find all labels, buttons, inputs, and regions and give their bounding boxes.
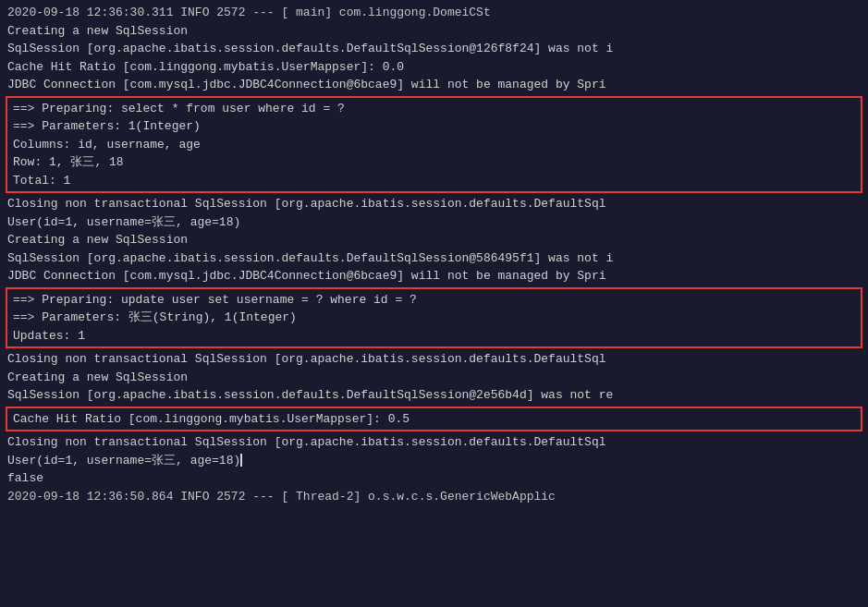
console-window: 2020-09-18 12:36:30.311 INFO 2572 --- [ …	[0, 0, 868, 607]
log-text: User(id=1, username=张三, age=18)	[7, 454, 240, 467]
log-line: Closing non transactional SqlSession [or…	[0, 433, 868, 452]
sql-highlight-box-3: Cache Hit Ratio [com.linggong.mybatis.Us…	[6, 407, 862, 432]
log-line-cursor: User(id=1, username=张三, age=18)	[0, 452, 868, 470]
log-line: JDBC Connection [com.mysql.jdbc.JDBC4Con…	[0, 267, 868, 285]
log-line: SqlSession [org.apache.ibatis.session.de…	[0, 386, 868, 405]
log-line: Columns: id, username, age	[11, 136, 857, 154]
log-line: 2020-09-18 12:36:30.311 INFO 2572 --- [ …	[0, 4, 868, 22]
log-line: Closing non transactional SqlSession [or…	[0, 350, 868, 369]
log-line: SqlSession [org.apache.ibatis.session.de…	[0, 249, 868, 268]
log-line: Total: 1	[11, 172, 857, 190]
log-line: ==> Preparing: select * from user where …	[11, 100, 857, 118]
log-line: User(id=1, username=张三, age=18)	[0, 213, 868, 232]
log-line: Creating a new SqlSession	[0, 369, 868, 387]
log-line: Cache Hit Ratio [com.linggong.mybatis.Us…	[0, 58, 868, 77]
log-line: Cache Hit Ratio [com.linggong.mybatis.Us…	[11, 410, 857, 429]
sql-highlight-box-1: ==> Preparing: select * from user where …	[6, 96, 862, 194]
log-line: JDBC Connection [com.mysql.jdbc.JDBC4Con…	[0, 76, 868, 94]
log-line: SqlSession [org.apache.ibatis.session.de…	[0, 40, 868, 58]
log-line: false	[0, 469, 868, 488]
log-line: Creating a new SqlSession	[0, 231, 868, 249]
log-line: ==> Parameters: 张三(String), 1(Integer)	[11, 309, 857, 327]
log-line: Updates: 1	[11, 327, 857, 346]
log-line: 2020-09-18 12:36:50.864 INFO 2572 --- [ …	[0, 488, 868, 506]
sql-highlight-box-2: ==> Preparing: update user set username …	[6, 287, 862, 349]
log-line: Creating a new SqlSession	[0, 22, 868, 41]
log-line: Row: 1, 张三, 18	[11, 153, 857, 172]
log-line: ==> Preparing: update user set username …	[11, 291, 857, 310]
log-line: ==> Parameters: 1(Integer)	[11, 117, 857, 136]
text-cursor	[240, 454, 242, 467]
log-line: Closing non transactional SqlSession [or…	[0, 195, 868, 213]
